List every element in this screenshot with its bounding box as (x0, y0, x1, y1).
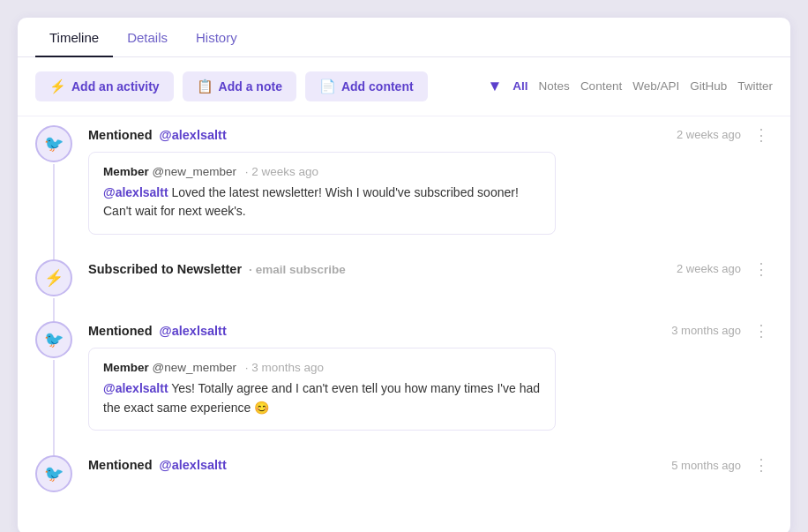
item-time: 2 weeks ago (677, 262, 741, 275)
toolbar: ⚡ Add an activity 📋 Add a note 📄 Add con… (18, 57, 790, 116)
add-content-button[interactable]: 📄 Add content (305, 71, 428, 101)
item-content: Mentioned @alexlsaltt 2 weeks ago ⋮ Memb… (88, 125, 773, 235)
twitter-icon: 🐦 (44, 464, 64, 483)
filter-icon: ▼ (488, 78, 503, 95)
tab-history[interactable]: History (182, 18, 251, 57)
item-title: Mentioned @alexlsaltt (88, 128, 227, 142)
doc-icon: 📄 (319, 79, 336, 94)
tweet-card: Member @new_member · 3 months ago @alexl… (88, 348, 556, 431)
filter-section: ▼ All Notes Content Web/API GitHub Twitt… (488, 78, 774, 95)
item-meta: 3 months ago ⋮ (671, 321, 773, 341)
add-note-label: Add a note (219, 79, 282, 94)
tweet-card-body: @alexlsaltt Loved the latest newsletter!… (103, 184, 541, 221)
avatar: 🐦 (35, 125, 72, 162)
timeline-item: 🐦 Mentioned @alexlsaltt 3 months ago ⋮ M… (35, 321, 773, 431)
add-note-button[interactable]: 📋 Add a note (183, 71, 296, 101)
item-time: 2 weeks ago (677, 128, 741, 141)
filter-notes[interactable]: Notes (539, 79, 570, 93)
item-header: Mentioned @alexlsaltt 2 weeks ago ⋮ (88, 125, 773, 145)
tab-timeline[interactable]: Timeline (35, 18, 113, 57)
item-meta: 2 weeks ago ⋮ (677, 259, 773, 279)
twitter-icon: 🐦 (44, 134, 64, 154)
timeline: 🐦 Mentioned @alexlsaltt 2 weeks ago ⋮ Me… (18, 116, 790, 493)
avatar: ⚡ (35, 259, 72, 296)
item-time: 3 months ago (671, 324, 741, 337)
item-time: 5 months ago (671, 459, 741, 472)
item-header: Mentioned @alexlsaltt 3 months ago ⋮ (88, 321, 773, 341)
more-options-icon[interactable]: ⋮ (750, 125, 773, 145)
item-title: Subscribed to Newsletter · email subscri… (88, 262, 346, 276)
add-content-label: Add content (341, 79, 414, 94)
bolt-icon: ⚡ (49, 79, 66, 94)
item-content: Mentioned @alexlsaltt 3 months ago ⋮ Mem… (88, 321, 773, 431)
more-options-icon[interactable]: ⋮ (750, 321, 773, 341)
add-activity-label: Add an activity (71, 79, 160, 94)
item-content: Mentioned @alexlsaltt 5 months ago ⋮ (88, 455, 773, 482)
note-icon: 📋 (197, 79, 213, 94)
filter-all[interactable]: All (512, 79, 527, 93)
avatar: 🐦 (35, 321, 72, 358)
item-header: Mentioned @alexlsaltt 5 months ago ⋮ (88, 455, 773, 475)
tab-bar: Timeline Details History (18, 18, 790, 57)
item-meta: 5 months ago ⋮ (671, 455, 773, 475)
tab-details[interactable]: Details (113, 18, 182, 57)
item-title: Mentioned @alexlsaltt (88, 458, 227, 472)
avatar: 🐦 (35, 455, 72, 492)
filter-twitter[interactable]: Twitter (737, 79, 773, 93)
mention-link[interactable]: @alexlsaltt (103, 381, 168, 395)
timeline-item: 🐦 Mentioned @alexlsaltt 5 months ago ⋮ (35, 455, 773, 492)
filter-webapi[interactable]: Web/API (632, 79, 679, 93)
item-title: Mentioned @alexlsaltt (88, 324, 227, 338)
filter-content[interactable]: Content (580, 79, 622, 93)
timeline-item: ⚡ Subscribed to Newsletter · email subsc… (35, 259, 773, 296)
item-meta: 2 weeks ago ⋮ (677, 125, 773, 145)
more-options-icon[interactable]: ⋮ (750, 259, 773, 279)
tweet-card-body: @alexlsaltt Yes! Totally agree and I can… (103, 379, 541, 417)
filter-github[interactable]: GitHub (690, 79, 727, 93)
mention-link[interactable]: @alexlsaltt (103, 185, 168, 199)
twitter-icon: 🐦 (44, 330, 64, 349)
timeline-item: 🐦 Mentioned @alexlsaltt 2 weeks ago ⋮ Me… (35, 125, 773, 235)
tweet-card-header: Member @new_member · 3 months ago (103, 361, 541, 374)
item-header: Subscribed to Newsletter · email subscri… (88, 259, 773, 279)
add-activity-button[interactable]: ⚡ Add an activity (35, 71, 174, 101)
item-content: Subscribed to Newsletter · email subscri… (88, 259, 773, 286)
more-options-icon[interactable]: ⋮ (750, 455, 773, 475)
bolt-icon: ⚡ (44, 268, 64, 288)
tweet-card: Member @new_member · 2 weeks ago @alexls… (88, 152, 556, 235)
tweet-card-header: Member @new_member · 2 weeks ago (103, 165, 541, 178)
main-card: Timeline Details History ⚡ Add an activi… (18, 18, 790, 532)
